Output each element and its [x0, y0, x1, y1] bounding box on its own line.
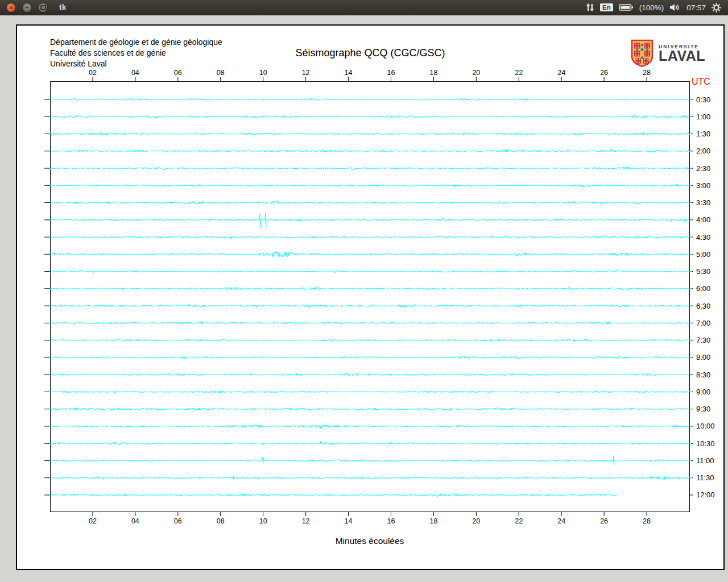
seismogram-trace	[50, 456, 692, 465]
seismogram-trace	[50, 373, 692, 376]
utc-row-label: 6:30	[696, 302, 710, 310]
utc-row-label: 3:30	[696, 198, 710, 207]
x-tick-label-bottom: 08	[217, 517, 225, 525]
seismogram-trace	[50, 356, 692, 359]
seismogram-trace	[50, 321, 692, 324]
seismogram-trace	[50, 425, 692, 429]
x-tick-label-top: 22	[515, 69, 523, 77]
x-tick-label-top: 20	[472, 69, 480, 77]
utc-row-label: 2:30	[696, 164, 710, 173]
utc-row-label: 7:30	[696, 336, 710, 344]
seismogram-trace	[50, 251, 692, 257]
seismogram-trace	[50, 235, 692, 239]
tk-seismograph-canvas: Département de géologie et de génie géol…	[16, 24, 725, 570]
utc-row-label: 12:00	[696, 490, 715, 499]
x-tick-label-bottom: 02	[89, 517, 97, 525]
window-close-button[interactable]: ×	[6, 3, 16, 13]
utc-row-label: 8:30	[696, 371, 710, 379]
utc-row-label: 4:30	[696, 233, 710, 242]
x-tick-label-top: 14	[345, 69, 353, 77]
x-tick-label-top: 24	[557, 69, 565, 77]
seismogram-trace	[50, 98, 692, 101]
window-minimize-button[interactable]: −	[22, 3, 32, 13]
seismogram-trace	[50, 184, 692, 187]
x-tick-label-bottom: 24	[557, 517, 565, 525]
utc-row-label: 9:30	[696, 405, 710, 413]
utc-row-label: 5:00	[696, 250, 710, 259]
minimize-icon: −	[25, 5, 28, 11]
seismogram-trace	[50, 339, 692, 342]
x-tick-label-bottom: 26	[600, 517, 608, 525]
utc-row-label: 5:30	[696, 267, 710, 276]
seismogram-trace	[50, 115, 692, 118]
x-tick-label-bottom: 18	[429, 517, 437, 525]
seismogram-trace	[50, 270, 692, 273]
utc-row-label: 4:00	[696, 215, 710, 224]
utc-row-label: 1:00	[696, 113, 710, 121]
seismograph-plot: 0202040406060808101012121414161618182020…	[17, 26, 723, 569]
x-tick-label-top: 04	[131, 69, 139, 77]
x-tick-label-bottom: 06	[174, 517, 182, 525]
battery-percentage[interactable]: (100%)	[639, 3, 664, 12]
x-tick-label-bottom: 14	[345, 517, 353, 525]
session-gear-icon[interactable]	[712, 3, 721, 13]
x-tick-label-bottom: 20	[472, 517, 480, 525]
utc-row-label: 0:30	[696, 95, 710, 104]
x-tick-label-top: 02	[89, 69, 97, 77]
seismogram-trace	[50, 213, 692, 229]
x-tick-label-top: 16	[387, 69, 395, 77]
seismogram-trace	[50, 132, 692, 135]
x-tick-label-bottom: 16	[387, 517, 395, 525]
system-tray: En (100%) 07:57	[586, 3, 721, 13]
utc-row-label: 7:00	[696, 319, 710, 327]
window-controls: × −	[6, 3, 48, 13]
seismogram-trace	[50, 493, 617, 496]
seismogram-trace	[50, 167, 692, 171]
x-tick-label-bottom: 12	[302, 517, 310, 525]
volume-icon[interactable]	[669, 3, 681, 11]
utc-row-label: 10:00	[696, 422, 715, 430]
top-panel: × − tk En (100%) 07:57	[0, 0, 728, 15]
x-tick-label-top: 06	[174, 69, 182, 77]
maximize-icon	[40, 5, 46, 10]
utc-row-label: 2:00	[696, 147, 710, 155]
seismogram-trace	[50, 200, 692, 205]
x-tick-label-top: 26	[600, 69, 608, 77]
x-tick-label-top: 08	[217, 69, 225, 77]
window-maximize-button[interactable]	[38, 3, 48, 13]
seismogram-trace	[50, 476, 692, 480]
x-tick-label-bottom: 10	[259, 517, 267, 525]
network-updown-icon[interactable]	[586, 3, 594, 12]
x-tick-label-top: 10	[259, 69, 267, 77]
keyboard-layout-indicator[interactable]: En	[600, 3, 613, 11]
seismogram-trace	[50, 149, 692, 152]
seismogram-trace	[50, 441, 692, 445]
utc-row-label: 3:00	[696, 181, 710, 190]
close-icon: ×	[9, 5, 13, 11]
x-tick-label-top: 12	[302, 69, 310, 77]
x-tick-label-top: 28	[643, 69, 651, 77]
seismogram-trace	[50, 408, 692, 411]
utc-row-label: 6:00	[696, 284, 710, 293]
clock[interactable]: 07:57	[686, 3, 706, 12]
seismogram-trace	[50, 390, 692, 393]
battery-icon[interactable]	[619, 3, 634, 11]
x-tick-label-bottom: 22	[515, 517, 523, 525]
seismogram-trace	[50, 286, 692, 290]
utc-row-label: 10:30	[696, 439, 715, 448]
plot-frame	[51, 82, 690, 512]
utc-row-label: 1:30	[696, 130, 710, 138]
utc-row-label: 8:00	[696, 353, 710, 361]
x-tick-label-bottom: 28	[643, 517, 651, 525]
x-tick-label-bottom: 04	[131, 517, 139, 525]
x-tick-label-top: 18	[429, 69, 437, 77]
seismogram-trace	[50, 304, 692, 308]
utc-row-label: 11:00	[696, 456, 714, 465]
window-title: tk	[59, 3, 66, 12]
utc-row-label: 9:00	[696, 388, 710, 396]
utc-row-label: 11:30	[696, 473, 714, 482]
